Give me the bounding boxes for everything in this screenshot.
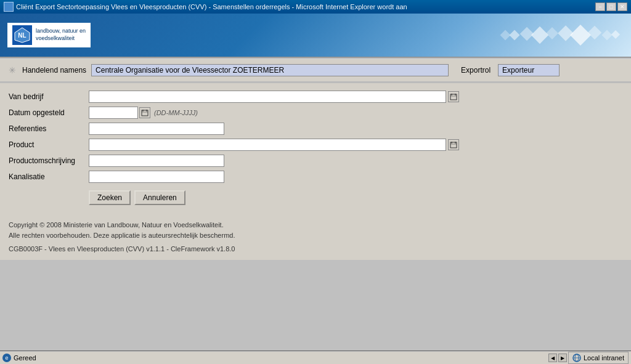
status-text: Gereed (14, 354, 36, 362)
zone-text: Local intranet (584, 354, 624, 362)
referenties-input[interactable] (89, 123, 224, 135)
product-lookup-icon[interactable] (448, 139, 459, 150)
van-bedrijf-input[interactable] (89, 91, 446, 103)
svg-text:NL: NL (18, 32, 26, 39)
handelend-row: ✳ Handelend namens Centrale Organisatie … (0, 59, 631, 82)
ie-icon: e (2, 354, 11, 362)
minimize-button[interactable]: − (595, 2, 605, 11)
logo-text: landbouw, natuur en voedselkwaliteit (36, 28, 86, 42)
version-text: CGB0003F - Vlees en Vleesproducten (CVV)… (9, 245, 622, 253)
exportrol-value: Exporteur (498, 64, 560, 76)
productomschrijving-label: Productomschrijving (9, 156, 89, 165)
van-bedrijf-calendar-icon[interactable] (448, 91, 459, 102)
datum-row: Datum opgesteld (DD-MM-JJJJ) (9, 107, 622, 119)
title-bar: Cliënt Export Sectortoepassing Vlees en … (0, 0, 631, 14)
kanalisatie-input[interactable] (89, 171, 224, 183)
form-area: Van bedrijf Datum opgesteld (DD-MM-JJJJ) (0, 83, 631, 212)
decorative-diamonds (502, 14, 631, 57)
window-controls: − □ ✕ (595, 2, 627, 11)
productomschrijving-input[interactable] (89, 155, 224, 167)
product-label: Product (9, 140, 89, 149)
button-row: Zoeken Annuleren (89, 190, 622, 205)
kanalisatie-row: Kanalisatie (9, 171, 622, 183)
restore-button[interactable]: □ (606, 2, 616, 11)
datum-calendar-icon[interactable] (139, 107, 150, 118)
banner: NL landbouw, natuur en voedselkwaliteit (0, 14, 631, 57)
van-bedrijf-label: Van bedrijf (9, 92, 89, 101)
van-bedrijf-row: Van bedrijf (9, 91, 622, 103)
scroll-left-btn[interactable]: ◀ (548, 354, 557, 362)
productomschrijving-row: Productomschrijving (9, 155, 622, 167)
product-row: Product (9, 139, 622, 151)
app-icon (4, 2, 14, 12)
handelend-label: Handelend namens (22, 66, 86, 75)
snowflake-icon: ✳ (9, 65, 16, 75)
copyright-line1: Copyright © 2008 Ministerie van Landbouw… (9, 220, 622, 230)
kanalisatie-label: Kanalisatie (9, 172, 89, 181)
annuleren-button[interactable]: Annuleren (134, 190, 185, 205)
logo: NL landbouw, natuur en voedselkwaliteit (7, 23, 91, 47)
status-bar: e Gereed ◀ ▶ Local intranet (0, 350, 631, 364)
product-input[interactable] (89, 139, 446, 151)
exportrol-label: Exportrol (461, 66, 491, 75)
scroll-right-btn[interactable]: ▶ (558, 354, 567, 362)
referenties-row: Referenties (9, 123, 622, 135)
handelend-value: Centrale Organisatie voor de Vleessector… (91, 64, 449, 76)
logo-icon: NL (12, 25, 32, 45)
zone-icon (572, 354, 581, 362)
zone-indicator: Local intranet (568, 352, 629, 364)
status-left: e Gereed (2, 354, 36, 362)
copyright-line2: Alle rechten voorbehouden. Deze applicat… (9, 230, 622, 241)
datum-hint: (DD-MM-JJJJ) (154, 109, 198, 116)
window-title: Cliënt Export Sectortoepassing Vlees en … (16, 3, 407, 10)
referenties-label: Referenties (9, 124, 89, 133)
datum-label: Datum opgesteld (9, 108, 89, 117)
datum-input[interactable] (89, 107, 138, 119)
footer: Copyright © 2008 Ministerie van Landbouw… (0, 212, 631, 260)
close-button[interactable]: ✕ (617, 2, 627, 11)
zoeken-button[interactable]: Zoeken (89, 190, 131, 205)
